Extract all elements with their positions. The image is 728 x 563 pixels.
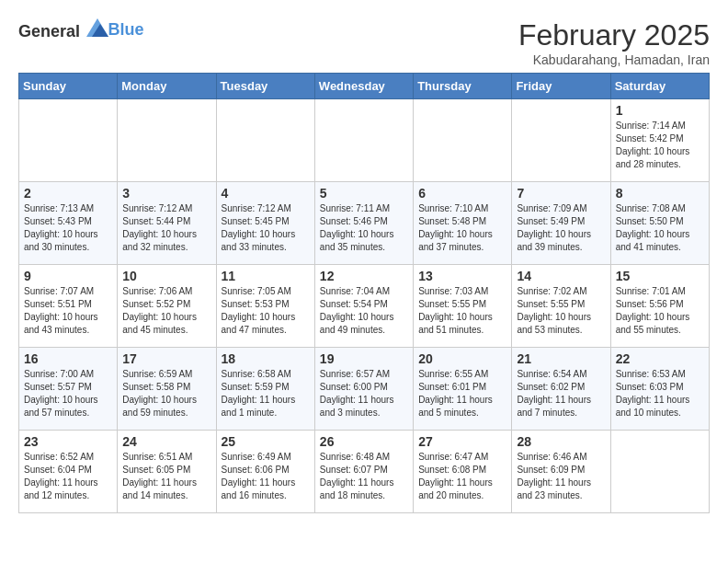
day-number: 8	[616, 186, 704, 201]
calendar-week-4: 16Sunrise: 7:00 AM Sunset: 5:57 PM Dayli…	[19, 348, 710, 431]
day-number: 1	[616, 103, 704, 118]
weekday-header-monday: Monday	[118, 74, 216, 99]
calendar-cell: 17Sunrise: 6:59 AM Sunset: 5:58 PM Dayli…	[118, 348, 216, 431]
day-detail: Sunrise: 7:06 AM Sunset: 5:52 PM Dayligh…	[122, 285, 210, 337]
calendar-header-row: SundayMondayTuesdayWednesdayThursdayFrid…	[19, 74, 710, 99]
calendar-cell	[118, 99, 216, 182]
calendar-cell: 27Sunrise: 6:47 AM Sunset: 6:08 PM Dayli…	[414, 431, 512, 513]
day-number: 18	[222, 351, 310, 366]
day-number: 2	[24, 186, 112, 201]
calendar-cell: 28Sunrise: 6:46 AM Sunset: 6:09 PM Dayli…	[512, 431, 610, 513]
logo-general: General	[18, 22, 80, 40]
calendar-week-1: 1Sunrise: 7:14 AM Sunset: 5:42 PM Daylig…	[19, 99, 710, 182]
day-detail: Sunrise: 6:51 AM Sunset: 6:05 PM Dayligh…	[122, 451, 210, 502]
day-detail: Sunrise: 6:47 AM Sunset: 6:08 PM Dayligh…	[418, 451, 506, 502]
calendar-cell: 5Sunrise: 7:11 AM Sunset: 5:46 PM Daylig…	[314, 182, 413, 265]
day-number: 6	[418, 186, 506, 201]
day-number: 22	[616, 351, 704, 366]
day-detail: Sunrise: 6:57 AM Sunset: 6:00 PM Dayligh…	[320, 368, 408, 419]
weekday-header-tuesday: Tuesday	[216, 74, 314, 99]
day-detail: Sunrise: 7:07 AM Sunset: 5:51 PM Dayligh…	[24, 285, 112, 337]
day-number: 11	[222, 269, 310, 283]
calendar-cell: 2Sunrise: 7:13 AM Sunset: 5:43 PM Daylig…	[19, 182, 118, 265]
day-detail: Sunrise: 7:00 AM Sunset: 5:57 PM Dayligh…	[24, 368, 112, 419]
calendar-cell	[512, 99, 610, 182]
calendar-cell: 13Sunrise: 7:03 AM Sunset: 5:55 PM Dayli…	[414, 265, 512, 348]
calendar-cell: 25Sunrise: 6:49 AM Sunset: 6:06 PM Dayli…	[216, 431, 314, 513]
calendar-cell: 22Sunrise: 6:53 AM Sunset: 6:03 PM Dayli…	[610, 348, 709, 431]
calendar-cell	[414, 99, 512, 182]
day-number: 25	[222, 434, 310, 449]
logo-blue: Blue	[108, 20, 144, 39]
day-number: 3	[122, 186, 210, 201]
day-detail: Sunrise: 7:10 AM Sunset: 5:48 PM Dayligh…	[418, 202, 506, 254]
calendar-cell: 4Sunrise: 7:12 AM Sunset: 5:45 PM Daylig…	[216, 182, 314, 265]
calendar-cell	[216, 99, 314, 182]
day-detail: Sunrise: 6:55 AM Sunset: 6:01 PM Dayligh…	[418, 368, 506, 419]
calendar-cell: 14Sunrise: 7:02 AM Sunset: 5:55 PM Dayli…	[512, 265, 610, 348]
calendar-cell	[610, 431, 709, 513]
weekday-header-wednesday: Wednesday	[314, 74, 413, 99]
calendar-cell: 9Sunrise: 7:07 AM Sunset: 5:51 PM Daylig…	[19, 265, 118, 348]
day-detail: Sunrise: 7:02 AM Sunset: 5:55 PM Dayligh…	[517, 285, 605, 337]
day-detail: Sunrise: 6:59 AM Sunset: 5:58 PM Dayligh…	[122, 368, 210, 419]
day-number: 13	[418, 269, 506, 283]
calendar-cell: 11Sunrise: 7:05 AM Sunset: 5:53 PM Dayli…	[216, 265, 314, 348]
day-detail: Sunrise: 7:05 AM Sunset: 5:53 PM Dayligh…	[222, 285, 310, 337]
calendar-cell: 15Sunrise: 7:01 AM Sunset: 5:56 PM Dayli…	[610, 265, 709, 348]
day-detail: Sunrise: 6:46 AM Sunset: 6:09 PM Dayligh…	[517, 451, 605, 502]
day-detail: Sunrise: 7:03 AM Sunset: 5:55 PM Dayligh…	[418, 285, 506, 337]
calendar-cell: 6Sunrise: 7:10 AM Sunset: 5:48 PM Daylig…	[414, 182, 512, 265]
weekday-header-sunday: Sunday	[19, 74, 118, 99]
day-detail: Sunrise: 7:09 AM Sunset: 5:49 PM Dayligh…	[517, 202, 605, 254]
day-number: 9	[24, 269, 112, 283]
calendar-cell: 12Sunrise: 7:04 AM Sunset: 5:54 PM Dayli…	[314, 265, 413, 348]
calendar-week-2: 2Sunrise: 7:13 AM Sunset: 5:43 PM Daylig…	[19, 182, 710, 265]
day-number: 7	[517, 186, 605, 201]
day-number: 26	[320, 434, 408, 449]
calendar-cell: 24Sunrise: 6:51 AM Sunset: 6:05 PM Dayli…	[118, 431, 216, 513]
calendar-week-3: 9Sunrise: 7:07 AM Sunset: 5:51 PM Daylig…	[19, 265, 710, 348]
day-detail: Sunrise: 6:53 AM Sunset: 6:03 PM Dayligh…	[616, 368, 704, 419]
calendar-cell: 7Sunrise: 7:09 AM Sunset: 5:49 PM Daylig…	[512, 182, 610, 265]
page-header: General Blue February 2025 Kabudarahang,…	[18, 18, 710, 67]
day-number: 14	[517, 269, 605, 283]
day-number: 21	[517, 351, 605, 366]
weekday-header-friday: Friday	[512, 74, 610, 99]
logo-icon	[86, 18, 108, 37]
day-number: 15	[616, 269, 704, 283]
day-number: 5	[320, 186, 408, 201]
calendar-cell: 18Sunrise: 6:58 AM Sunset: 5:59 PM Dayli…	[216, 348, 314, 431]
logo: General Blue	[18, 18, 144, 41]
calendar-cell: 21Sunrise: 6:54 AM Sunset: 6:02 PM Dayli…	[512, 348, 610, 431]
day-number: 17	[122, 351, 210, 366]
day-detail: Sunrise: 6:49 AM Sunset: 6:06 PM Dayligh…	[222, 451, 310, 502]
calendar-cell	[19, 99, 118, 182]
calendar-table: SundayMondayTuesdayWednesdayThursdayFrid…	[18, 73, 710, 513]
calendar-cell: 1Sunrise: 7:14 AM Sunset: 5:42 PM Daylig…	[610, 99, 709, 182]
day-detail: Sunrise: 7:08 AM Sunset: 5:50 PM Dayligh…	[616, 202, 704, 254]
calendar-cell: 8Sunrise: 7:08 AM Sunset: 5:50 PM Daylig…	[610, 182, 709, 265]
title-section: February 2025 Kabudarahang, Hamadan, Ira…	[518, 18, 710, 67]
day-detail: Sunrise: 7:04 AM Sunset: 5:54 PM Dayligh…	[320, 285, 408, 337]
day-number: 24	[122, 434, 210, 449]
month-title: February 2025	[518, 18, 710, 52]
day-number: 10	[122, 269, 210, 283]
day-detail: Sunrise: 6:52 AM Sunset: 6:04 PM Dayligh…	[24, 451, 112, 502]
day-detail: Sunrise: 7:14 AM Sunset: 5:42 PM Dayligh…	[616, 120, 704, 171]
day-detail: Sunrise: 6:58 AM Sunset: 5:59 PM Dayligh…	[222, 368, 310, 419]
calendar-cell: 3Sunrise: 7:12 AM Sunset: 5:44 PM Daylig…	[118, 182, 216, 265]
weekday-header-saturday: Saturday	[610, 74, 709, 99]
day-number: 28	[517, 434, 605, 449]
calendar-week-5: 23Sunrise: 6:52 AM Sunset: 6:04 PM Dayli…	[19, 431, 710, 513]
calendar-cell: 19Sunrise: 6:57 AM Sunset: 6:00 PM Dayli…	[314, 348, 413, 431]
day-number: 23	[24, 434, 112, 449]
location-subtitle: Kabudarahang, Hamadan, Iran	[518, 52, 710, 67]
day-detail: Sunrise: 6:48 AM Sunset: 6:07 PM Dayligh…	[320, 451, 408, 502]
calendar-cell: 20Sunrise: 6:55 AM Sunset: 6:01 PM Dayli…	[414, 348, 512, 431]
day-detail: Sunrise: 7:01 AM Sunset: 5:56 PM Dayligh…	[616, 285, 704, 337]
calendar-cell	[314, 99, 413, 182]
day-number: 16	[24, 351, 112, 366]
day-detail: Sunrise: 7:12 AM Sunset: 5:44 PM Dayligh…	[122, 202, 210, 254]
day-detail: Sunrise: 7:13 AM Sunset: 5:43 PM Dayligh…	[24, 202, 112, 254]
